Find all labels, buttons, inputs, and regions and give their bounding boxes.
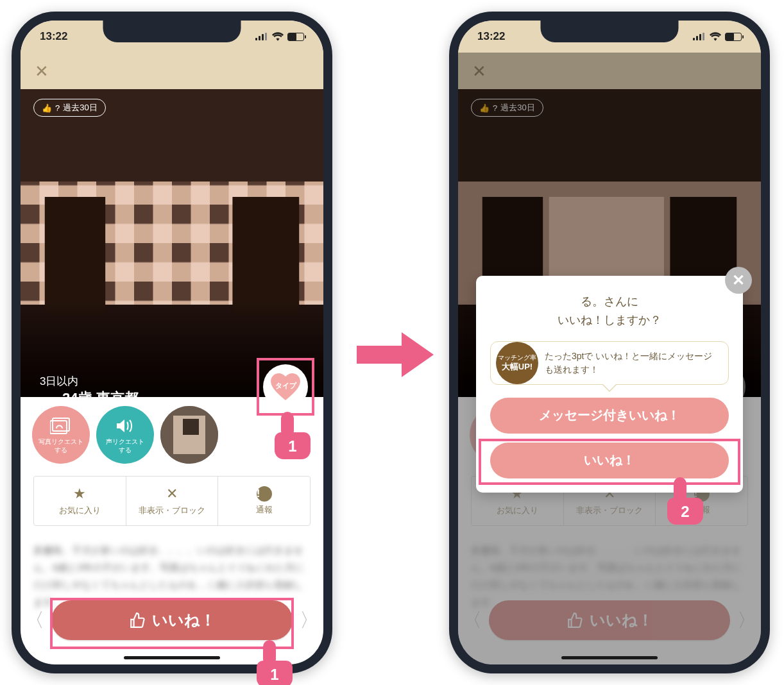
voice-request-icon	[114, 416, 136, 436]
status-indicators	[255, 32, 304, 41]
popup-like-button[interactable]: いいね！	[490, 443, 729, 478]
favorite-button[interactable]: ★ お気に入り	[34, 477, 126, 525]
phone-frame-step2: 13:22 ✕ 👍 ? 過去30日	[449, 12, 770, 673]
wifi-icon	[710, 32, 721, 41]
status-time: 13:22	[40, 30, 67, 43]
prev-profile-button[interactable]: 〈	[21, 607, 49, 634]
matching-rate-badge: マッチング率大幅UP!	[496, 342, 538, 384]
thumbs-up-icon	[129, 612, 146, 629]
wifi-icon	[272, 32, 284, 41]
home-indicator	[561, 656, 658, 659]
screen-step2: 13:22 ✕ 👍 ? 過去30日	[458, 21, 761, 664]
report-button[interactable]: ! 通報	[218, 477, 310, 525]
close-icon[interactable]: ✕	[35, 62, 49, 81]
signal-icon	[255, 33, 268, 40]
step-arrow-icon	[357, 330, 434, 380]
thumb-icon: 👍	[42, 103, 52, 113]
status-indicators	[693, 32, 742, 41]
annotation-hand-1a: 1	[275, 412, 311, 459]
notch	[103, 21, 241, 42]
last-active-label: 3日以内	[40, 374, 78, 389]
next-profile-button[interactable]: 〉	[295, 607, 323, 634]
home-indicator	[124, 656, 220, 659]
phone-frame-step1: 13:22 ✕ 👍 ?	[12, 12, 332, 673]
star-icon: ★	[73, 486, 86, 502]
likes-30day-badge[interactable]: 👍 ? 過去30日	[33, 99, 106, 117]
age-location-label: 24歳 東京都	[62, 389, 139, 408]
svg-rect-7	[232, 197, 299, 314]
screen-step1: 13:22 ✕ 👍 ?	[21, 21, 323, 664]
message-like-button[interactable]: メッセージ付きいいね！	[490, 398, 729, 434]
annotation-hand-1b: 1	[257, 640, 293, 685]
photo-request-icon	[50, 416, 72, 436]
signal-icon	[693, 33, 706, 40]
sub-photo-thumbnail[interactable]	[160, 406, 218, 464]
voice-request-button[interactable]: 声リクエスト する	[96, 406, 154, 464]
notch	[541, 21, 679, 42]
like-button[interactable]: いいね！	[51, 600, 293, 640]
heart-icon: タイプ	[271, 373, 300, 400]
status-time: 13:22	[477, 30, 505, 43]
action-segment: ★ お気に入り ✕ 非表示・ブロック ! 通報	[33, 476, 311, 526]
like-bar: 〈 いいね！ 〉	[21, 594, 323, 647]
type-button[interactable]: タイプ	[263, 364, 308, 409]
popup-close-button[interactable]: ✕	[725, 267, 752, 294]
like-confirm-popup: ✕ る。さんに いいね！しますか？ マッチング率大幅UP! たった3ptで いい…	[476, 276, 743, 493]
annotation-hand-2: 2	[667, 477, 703, 525]
hide-block-button[interactable]: ✕ 非表示・ブロック	[126, 477, 219, 525]
promo-balloon: マッチング率大幅UP! たった3ptで いいね！と一緒にメッセージも送れます！	[490, 341, 729, 385]
battery-icon	[287, 33, 304, 41]
close-icon: ✕	[732, 271, 745, 289]
popup-title: る。さんに いいね！しますか？	[490, 292, 729, 330]
photo-request-button[interactable]: 写真リクエスト する	[32, 406, 90, 464]
svg-rect-6	[45, 197, 105, 314]
battery-icon	[725, 33, 742, 41]
alert-icon: !	[257, 486, 272, 502]
x-icon: ✕	[166, 486, 178, 502]
svg-rect-12	[183, 419, 199, 435]
header-bar: ✕	[21, 53, 323, 89]
profile-photo[interactable]	[21, 89, 323, 397]
